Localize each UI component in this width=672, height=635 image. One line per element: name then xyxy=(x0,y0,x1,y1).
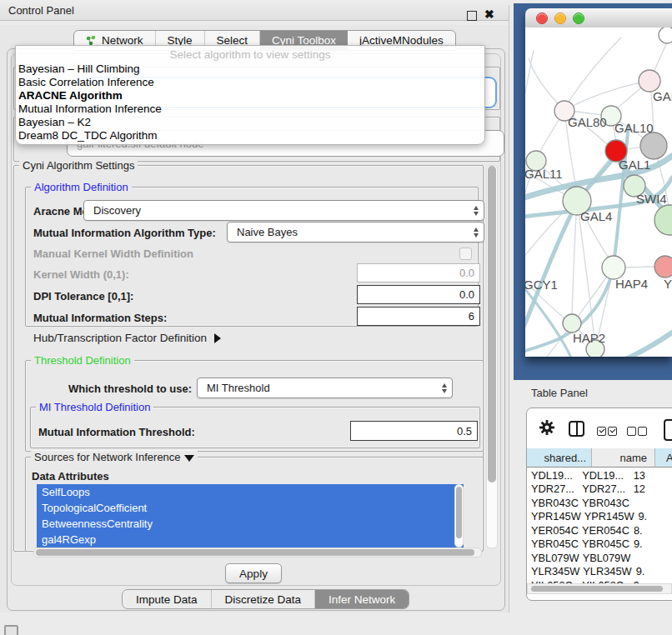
network-node[interactable] xyxy=(654,256,672,278)
zoom-icon[interactable] xyxy=(573,12,584,24)
aracne-mode-combobox[interactable]: Discovery xyxy=(83,200,484,221)
settings-vscrollbar[interactable] xyxy=(486,165,498,548)
table-row[interactable]: YBL079WYBL079W xyxy=(527,551,672,565)
algorithm-option[interactable]: Basic Correlation Inference xyxy=(18,76,482,89)
expand-right-icon xyxy=(214,333,221,343)
table-hscrollbar[interactable] xyxy=(527,583,672,594)
network-node[interactable] xyxy=(640,132,667,159)
network-node-label: GCY1 xyxy=(525,278,558,292)
tab-discretize-data[interactable]: Discretize Data xyxy=(212,590,316,608)
table-cell: YBR045C xyxy=(579,538,629,550)
network-node-label: GAL10 xyxy=(614,121,654,135)
collapsed-panel-icon[interactable] xyxy=(4,625,18,635)
collapse-down-icon xyxy=(184,455,194,462)
algorithm-dropdown-popup: Select algorithm to view settings Bayesi… xyxy=(15,45,485,145)
hub-definition-label: Hub/Transcription Factor Definition xyxy=(33,332,207,344)
attribute-list-item[interactable]: SelfLoops xyxy=(37,484,464,500)
table-row[interactable]: YDL19...YDL19...13 xyxy=(527,468,672,482)
attribute-list-item[interactable]: TopologicalCoefficient xyxy=(37,500,464,516)
network-node[interactable] xyxy=(563,314,581,332)
float-window-icon[interactable] xyxy=(467,11,477,21)
table-row[interactable]: YPR145WYPR145W9. xyxy=(527,510,672,524)
network-node-label: GAL80 xyxy=(568,115,607,129)
table-cell: YBR043C xyxy=(527,497,579,509)
table-row[interactable]: YLR345WYLR345W9. xyxy=(527,565,672,579)
table-cell: YBL079W xyxy=(579,552,631,564)
network-node-label: SWI4 xyxy=(636,192,667,206)
column-header-partial[interactable]: A xyxy=(655,448,672,468)
cyni-settings-group-title: Cyni Algorithm Settings xyxy=(19,159,138,172)
window-divider xyxy=(509,5,509,612)
mi-type-value: Naive Bayes xyxy=(237,226,298,238)
unchecked-box-icon[interactable] xyxy=(638,427,647,436)
network-edge-thick[interactable] xyxy=(599,332,672,357)
table-cell: YER054C xyxy=(579,524,629,537)
dpi-tolerance-field[interactable]: 0.0 xyxy=(357,285,480,304)
table-cell: YLR345W xyxy=(527,565,579,578)
network-edge[interactable] xyxy=(572,201,577,314)
network-edge[interactable] xyxy=(569,38,621,102)
which-threshold-combobox[interactable]: MI Threshold xyxy=(197,378,453,398)
network-node-label: HAP2 xyxy=(573,331,605,345)
mi-steps-field[interactable]: 6 xyxy=(357,307,480,326)
hub-definition-expander[interactable]: Hub/Transcription Factor Definition xyxy=(33,332,221,344)
table-cell: 13 xyxy=(629,469,672,482)
table-cell: YDL19... xyxy=(579,469,629,482)
minimize-icon[interactable] xyxy=(554,12,566,24)
column-header-shared-name[interactable]: shared... xyxy=(527,448,592,468)
attribute-list-item[interactable]: gal4RGexp xyxy=(37,532,464,548)
algorithm-option[interactable]: Bayesian – K2 xyxy=(18,116,482,129)
network-graph[interactable]: GALGAL80GAL10GAL1GAL11SWI4GAL4GCY1HAP4YH… xyxy=(525,28,672,357)
close-icon[interactable]: ✖ xyxy=(484,8,494,21)
gear-icon[interactable] xyxy=(539,419,555,436)
mi-threshold-group-title: MI Threshold Definition xyxy=(36,401,153,413)
tab-infer-network[interactable]: Infer Network xyxy=(315,590,409,608)
attribute-list-item[interactable]: BetweennessCentrality xyxy=(37,516,464,532)
tab-impute-data[interactable]: Impute Data xyxy=(123,590,212,608)
checked-box-icon[interactable] xyxy=(597,427,606,436)
table-row[interactable]: YBR045CYBR045C9. xyxy=(527,538,672,552)
apply-button[interactable]: Apply xyxy=(225,563,282,583)
table-rows[interactable]: YDL19...YDL19...13YDR27...YDR27...12YBR0… xyxy=(527,468,672,583)
algorithm-dropdown-placeholder: Select algorithm to view settings xyxy=(16,48,484,61)
settings-hscrollbar[interactable] xyxy=(33,548,482,558)
network-node[interactable] xyxy=(602,256,625,279)
algorithm-option[interactable]: Dream8 DC_TDC Algorithm xyxy=(18,129,482,142)
network-node[interactable] xyxy=(654,205,672,235)
sources-group-title[interactable]: Sources for Network Inference xyxy=(31,451,198,463)
mi-type-combobox[interactable]: Naive Bayes xyxy=(227,222,484,242)
kernel-width-label: Kernel Width (0,1): xyxy=(33,268,129,281)
which-threshold-label: Which threshold to use: xyxy=(68,382,192,395)
unchecked-box-icon[interactable] xyxy=(627,427,636,436)
table-cell: 8. xyxy=(629,524,672,537)
table-cell: YBL079W xyxy=(527,552,579,564)
network-node[interactable] xyxy=(659,28,672,43)
close-icon[interactable] xyxy=(536,12,548,24)
table-row[interactable]: YER054CYER054C8. xyxy=(527,523,672,538)
attributes-scrollbar[interactable] xyxy=(454,484,464,548)
mi-threshold-field[interactable]: 0.5 xyxy=(350,421,478,441)
table-row[interactable]: YDR27...YDR27...12 xyxy=(527,482,672,497)
mi-type-label: Mutual Information Algorithm Type: xyxy=(33,227,216,239)
manual-kernel-checkbox[interactable] xyxy=(459,248,472,260)
screenshot-root: Control Panel ✖ Network Style Select Cyn… xyxy=(0,0,672,635)
mi-steps-label: Mutual Information Steps: xyxy=(33,312,167,324)
table-icon[interactable] xyxy=(664,419,672,441)
network-node-label: GAL4 xyxy=(580,209,612,223)
table-row[interactable]: YBR043CYBR043C xyxy=(527,496,672,510)
table-cell: YDL19... xyxy=(527,469,579,482)
algorithm-option[interactable]: Bayesian – Hill Climbing xyxy=(18,62,482,76)
table-cell: YDR27... xyxy=(527,482,579,495)
columns-icon[interactable] xyxy=(569,421,584,437)
stepper-arrows-icon xyxy=(474,228,479,238)
checked-box-icon[interactable] xyxy=(608,427,617,436)
data-attributes-list: SelfLoopsTopologicalCoefficientBetweenne… xyxy=(37,484,464,548)
kernel-width-field[interactable]: 0.0 xyxy=(357,263,480,282)
column-header-name[interactable]: name xyxy=(592,448,655,468)
algorithm-option[interactable]: ARACNE Algorithm xyxy=(18,89,482,102)
table-cell: YER054C xyxy=(527,524,579,537)
algorithm-option[interactable]: Mutual Information Inference xyxy=(18,102,482,116)
algorithm-definition-title: Algorithm Definition xyxy=(31,181,132,193)
network-window-titlebar[interactable] xyxy=(525,8,672,28)
algorithm-list: Bayesian – Hill ClimbingBasic Correlatio… xyxy=(18,62,482,142)
